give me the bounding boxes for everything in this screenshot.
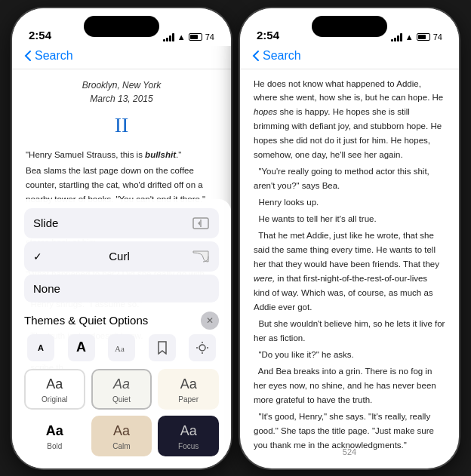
page-number: 524 [240, 441, 459, 462]
right-back-button[interactable]: Search [252, 49, 301, 63]
transition-options: Slide ✓ Curl [24, 208, 219, 306]
svg-text:Aa: Aa [115, 344, 125, 353]
dynamic-island [84, 16, 159, 37]
svg-point-4 [199, 345, 205, 351]
right-book-content: He does not know what happened to Addie,… [240, 69, 459, 454]
slide-icon [192, 216, 210, 231]
right-wifi-icon: ▲ [405, 32, 414, 41]
chevron-left-icon [24, 50, 32, 62]
text-toolbar: A A Aa [24, 334, 219, 361]
brightness-button[interactable] [189, 334, 216, 361]
quiet-name: Quiet [112, 395, 131, 404]
paper-aa: Aa [180, 376, 197, 392]
none-label: None [33, 282, 60, 295]
original-name: Original [42, 395, 67, 404]
left-phone: 2:54 ▲ 74 Search [12, 8, 231, 468]
right-status-time: 2:54 [257, 29, 279, 41]
brightness-icon [195, 341, 209, 355]
calm-aa: Aa [113, 423, 130, 439]
right-signal-bars-icon [391, 32, 402, 41]
right-battery-level: 74 [433, 32, 442, 41]
original-aa: Aa [46, 376, 63, 392]
right-phone: 2:54 ▲ 74 Search He doe [240, 8, 459, 468]
increase-font-button[interactable]: A [68, 334, 95, 361]
focus-name: Focus [178, 442, 199, 450]
signal-bars-icon [163, 32, 174, 41]
theme-calm[interactable]: Aa Calm [91, 416, 152, 456]
battery-icon [189, 33, 202, 41]
none-option[interactable]: None [24, 275, 219, 302]
paper-name: Paper [178, 395, 199, 404]
left-back-label: Search [35, 49, 73, 63]
theme-bold[interactable]: Aa Bold [24, 416, 85, 456]
close-button[interactable]: ✕ [201, 312, 219, 330]
curl-label: Curl [109, 250, 130, 263]
theme-original[interactable]: Aa Original [24, 369, 85, 410]
font-icon: Aa [114, 342, 129, 354]
left-status-time: 2:54 [29, 29, 51, 41]
font-select-button[interactable]: Aa [108, 334, 135, 361]
focus-aa: Aa [180, 423, 197, 439]
bold-aa: Aa [46, 423, 63, 439]
slide-label: Slide [33, 217, 58, 229]
themes-label: Themes & Quiet Options [24, 314, 148, 327]
curl-option[interactable]: ✓ Curl [24, 241, 219, 272]
bookmark-icon [157, 341, 168, 355]
themes-grid: Aa Original Aa Quiet Aa Paper Aa Bold Aa [24, 369, 219, 456]
right-chevron-left-icon [252, 50, 260, 62]
left-nav-bar: Search [12, 46, 231, 69]
themes-header: Themes & Quiet Options ✕ [24, 312, 219, 330]
overlay-panel: Slide ✓ Curl [12, 199, 231, 468]
battery-level: 74 [205, 32, 214, 41]
quiet-aa: Aa [113, 376, 130, 392]
phones-container: 2:54 ▲ 74 Search [12, 8, 459, 468]
book-location: Brooklyn, New YorkMarch 13, 2015 [26, 78, 217, 106]
left-status-icons: ▲ 74 [163, 32, 214, 41]
left-back-button[interactable]: Search [24, 49, 73, 63]
slide-option[interactable]: Slide [24, 208, 219, 238]
theme-paper[interactable]: Aa Paper [158, 369, 219, 410]
decrease-font-button[interactable]: A [27, 334, 54, 361]
right-status-icons: ▲ 74 [391, 32, 442, 41]
curl-icon [192, 249, 210, 264]
right-battery-icon [417, 33, 430, 41]
right-nav-bar: Search [240, 46, 459, 69]
bold-name: Bold [47, 442, 62, 450]
theme-quiet[interactable]: Aa Quiet [91, 369, 152, 410]
right-back-label: Search [263, 49, 301, 63]
right-dynamic-island [312, 16, 387, 37]
theme-focus[interactable]: Aa Focus [158, 416, 219, 456]
svg-marker-2 [198, 221, 200, 226]
book-chapter: II [26, 109, 217, 143]
calm-name: Calm [112, 442, 130, 450]
bookmark-button[interactable] [149, 334, 176, 361]
wifi-icon: ▲ [177, 32, 186, 41]
